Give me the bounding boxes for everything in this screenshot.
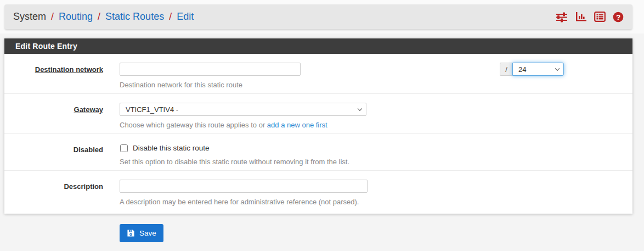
breadcrumb-link-routing[interactable]: Routing (59, 11, 93, 23)
description-help: A description may be entered here for ad… (120, 198, 632, 206)
subnet-mask-group: / 24 (500, 63, 564, 76)
save-button-label: Save (139, 229, 156, 237)
breadcrumb-current-edit: Edit (177, 11, 194, 23)
add-gateway-link[interactable]: add a new one first (267, 121, 327, 129)
breadcrumb-separator: / (98, 11, 100, 23)
list-icon[interactable] (594, 12, 606, 22)
disabled-label: Disabled (4, 143, 103, 166)
description-input[interactable] (120, 180, 368, 193)
gateway-select[interactable]: VTICF1_VTIV4 - (120, 103, 366, 116)
top-header: System / Routing / Static Routes / Edit (0, 0, 644, 34)
save-button[interactable]: Save (120, 224, 163, 242)
disable-route-checkbox[interactable] (120, 144, 128, 152)
description-row: Description A description may be entered… (4, 171, 632, 214)
breadcrumb-separator: / (51, 11, 54, 23)
gateway-help: Choose which gateway this route applies … (120, 121, 632, 129)
svg-text:?: ? (616, 13, 620, 21)
destination-network-input[interactable] (120, 63, 301, 76)
breadcrumb: System / Routing / Static Routes / Edit (13, 11, 194, 23)
breadcrumb-separator: / (169, 11, 172, 23)
floppy-save-icon (127, 229, 135, 237)
subnet-mask-select[interactable]: 24 (512, 63, 564, 76)
breadcrumb-link-static-routes[interactable]: Static Routes (105, 11, 164, 23)
edit-route-panel: Edit Route Entry Destination network / 2… (4, 38, 632, 214)
breadcrumb-bar: System / Routing / Static Routes / Edit (4, 4, 632, 29)
disabled-row: Disabled Disable this static route Set t… (4, 134, 632, 171)
header-icon-group: ? (556, 12, 624, 23)
breadcrumb-system: System (13, 11, 46, 23)
gateway-row: Gateway VTICF1_VTIV4 - Choose which gate… (4, 94, 632, 134)
sliders-icon[interactable] (556, 12, 568, 23)
bar-chart-icon[interactable] (575, 12, 587, 23)
destination-network-row: Destination network / 24 Destination net… (4, 54, 632, 94)
description-label: Description (4, 180, 103, 206)
panel-title: Edit Route Entry (4, 38, 632, 54)
destination-network-help: Destination network for this static rout… (120, 81, 632, 89)
disable-route-checkbox-label: Disable this static route (133, 144, 210, 152)
mask-slash-prefix: / (500, 63, 512, 76)
help-circle-icon[interactable]: ? (613, 12, 624, 23)
destination-network-label: Destination network (4, 63, 103, 89)
disabled-help: Set this option to disable this static r… (120, 158, 632, 166)
gateway-label: Gateway (4, 103, 103, 129)
form-actions: Save (120, 224, 644, 242)
